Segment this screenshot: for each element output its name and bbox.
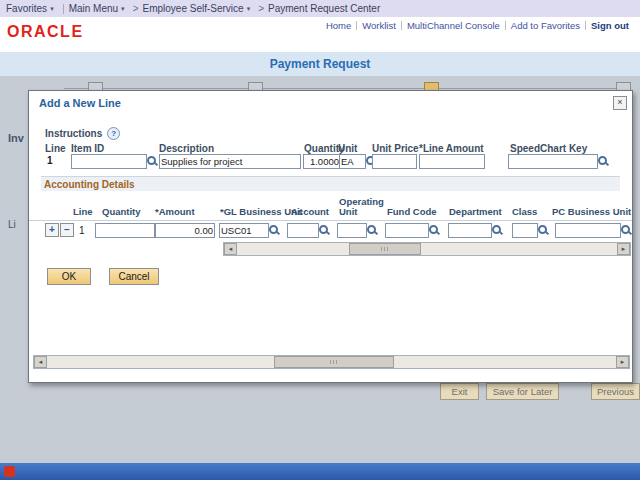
description-field[interactable]: [159, 154, 301, 169]
row-amount-field[interactable]: [155, 223, 215, 238]
background-partial-text: Li: [8, 219, 16, 230]
row-pc-business-unit-field[interactable]: [555, 223, 621, 238]
accounting-details-title: Accounting Details: [41, 179, 135, 190]
link-home[interactable]: Home: [326, 20, 351, 31]
line-amount-label: *Line Amount: [419, 143, 484, 154]
unit-label: Unit: [338, 143, 357, 154]
unit-field[interactable]: [339, 154, 366, 169]
breadcrumb-separator-icon: >: [133, 3, 139, 14]
page-title-band: Payment Request: [0, 52, 640, 76]
speedchart-key-label: SpeedChart Key: [510, 143, 587, 154]
scroll-right-icon[interactable]: ►: [617, 243, 630, 255]
divider: [63, 4, 64, 14]
breadcrumb-main-menu-label: Main Menu: [69, 3, 118, 14]
accounting-grid-row: + − 1: [29, 222, 632, 240]
col-class: Class: [512, 206, 537, 217]
chevron-down-icon: ▾: [247, 5, 251, 13]
oracle-logo: ORACLE: [7, 23, 84, 41]
operating-unit-lookup-icon[interactable]: [366, 224, 378, 236]
row-account-field[interactable]: [287, 223, 319, 238]
scroll-right-icon[interactable]: ►: [616, 356, 629, 368]
scrollbar-thumb[interactable]: [274, 356, 394, 368]
unit-price-field[interactable]: [372, 154, 417, 169]
breadcrumb-main-menu[interactable]: Main Menu ▾: [69, 3, 125, 14]
divider: [401, 21, 402, 30]
page-title: Payment Request: [270, 57, 371, 71]
row-department-field[interactable]: [448, 223, 492, 238]
breadcrumb-separator-icon: >: [258, 3, 264, 14]
grid-horizontal-scrollbar[interactable]: ◄ ►: [223, 242, 631, 256]
add-line-modal: Add a New Line × Instructions ? Line Ite…: [28, 90, 633, 383]
breadcrumb-favorites[interactable]: Favorites ▾: [6, 3, 54, 14]
fund-code-lookup-icon[interactable]: [428, 224, 440, 236]
instructions-label: Instructions: [45, 128, 102, 139]
line-label: Line: [45, 143, 66, 154]
breadcrumb-employee-self-service[interactable]: Employee Self-Service ▾: [142, 3, 250, 14]
help-icon[interactable]: ?: [107, 127, 120, 140]
department-lookup-icon[interactable]: [491, 224, 503, 236]
item-id-field[interactable]: [71, 154, 147, 169]
speedchart-lookup-icon[interactable]: [597, 155, 609, 167]
account-lookup-icon[interactable]: [318, 224, 330, 236]
item-id-lookup-icon[interactable]: [146, 155, 158, 167]
instructions-row: Instructions ?: [45, 127, 120, 140]
col-account: Account: [291, 206, 329, 217]
gl-business-unit-lookup-icon[interactable]: [268, 224, 280, 236]
pc-business-unit-lookup-icon[interactable]: [620, 224, 632, 236]
link-add-to-favorites[interactable]: Add to Favorites: [511, 20, 580, 31]
accounting-details-header: Accounting Details: [41, 176, 620, 191]
line-number: 1: [47, 155, 53, 166]
link-multichannel-console[interactable]: MultiChannel Console: [407, 20, 500, 31]
taskbar: [0, 463, 640, 480]
quantity-field[interactable]: [303, 154, 341, 169]
app-icon[interactable]: [4, 466, 15, 477]
wizard-train-line: [64, 88, 624, 89]
item-id-label: Item ID: [71, 143, 104, 154]
speedchart-key-field[interactable]: [508, 154, 598, 169]
description-label: Description: [159, 143, 214, 154]
remove-row-button[interactable]: −: [60, 223, 74, 237]
chevron-down-icon: ▾: [50, 5, 54, 13]
row-quantity-field[interactable]: [95, 223, 155, 238]
screen: Favorites ▾ Main Menu ▾ > Employee Self-…: [0, 0, 640, 480]
ok-button[interactable]: OK: [47, 268, 91, 285]
row-operating-unit-field[interactable]: [337, 223, 367, 238]
sign-out-link[interactable]: Sign out: [591, 20, 629, 31]
exit-button[interactable]: Exit: [440, 383, 479, 400]
divider: [356, 21, 357, 30]
modal-horizontal-scrollbar[interactable]: ◄ ►: [33, 355, 630, 369]
col-fund-code: Fund Code: [387, 206, 437, 217]
divider: [585, 21, 586, 30]
row-gl-business-unit-field[interactable]: [219, 223, 269, 238]
breadcrumb: Favorites ▾ Main Menu ▾ > Employee Self-…: [0, 0, 640, 17]
add-row-button[interactable]: +: [45, 223, 59, 237]
col-operating-unit: Operating Unit: [339, 197, 385, 217]
save-for-later-button[interactable]: Save for Later: [486, 383, 559, 400]
previous-button[interactable]: Previous: [591, 383, 640, 400]
row-fund-code-field[interactable]: [385, 223, 429, 238]
class-lookup-icon[interactable]: [537, 224, 549, 236]
scroll-left-icon[interactable]: ◄: [34, 356, 47, 368]
modal-title: Add a New Line: [39, 97, 121, 109]
chevron-down-icon: ▾: [121, 5, 125, 13]
scroll-left-icon[interactable]: ◄: [224, 243, 237, 255]
scrollbar-thumb[interactable]: [349, 243, 421, 255]
cancel-button[interactable]: Cancel: [109, 268, 159, 285]
col-pc-business-unit: PC Business Unit: [552, 206, 631, 217]
header-links: Home Worklist MultiChannel Console Add t…: [321, 20, 634, 31]
row-line-number: 1: [79, 225, 85, 236]
row-class-field[interactable]: [512, 223, 538, 238]
breadcrumb-prc-label: Payment Request Center: [268, 3, 380, 14]
col-quantity: Quantity: [102, 206, 141, 217]
breadcrumb-payment-request-center[interactable]: Payment Request Center: [268, 3, 380, 14]
link-worklist[interactable]: Worklist: [362, 20, 396, 31]
close-icon[interactable]: ×: [613, 96, 627, 110]
line-amount-field[interactable]: [419, 154, 485, 169]
col-amount: *Amount: [155, 206, 195, 217]
breadcrumb-ess-label: Employee Self-Service: [142, 3, 243, 14]
col-department: Department: [449, 206, 502, 217]
accounting-grid-header: Line Quantity *Amount *GL Business Unit …: [29, 192, 632, 221]
breadcrumb-favorites-label: Favorites: [6, 3, 47, 14]
unit-price-label: Unit Price: [372, 143, 419, 154]
col-line: Line: [73, 206, 93, 217]
